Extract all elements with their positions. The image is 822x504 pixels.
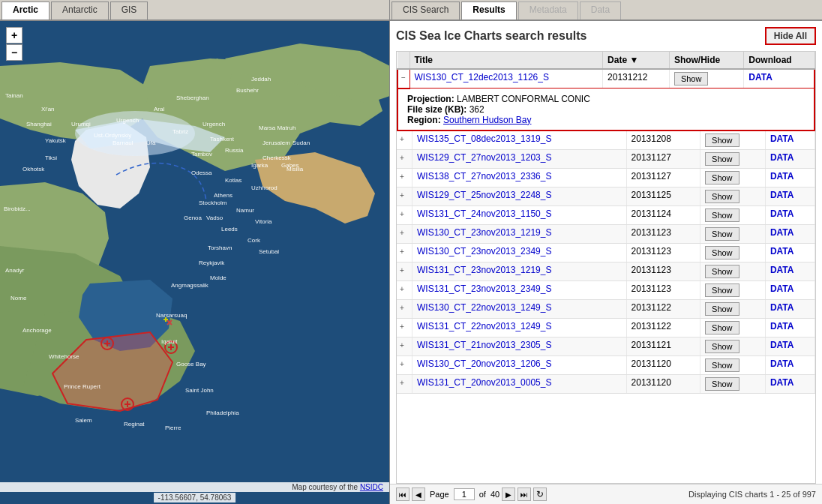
- col-date[interactable]: Date ▼: [603, 52, 670, 69]
- show-button[interactable]: Show: [674, 72, 709, 86]
- show-button[interactable]: Show: [705, 340, 740, 353]
- download-link[interactable]: DATA: [770, 190, 794, 200]
- svg-text:Kotlas: Kotlas: [225, 177, 242, 184]
- row-toggle-cell[interactable]: +: [397, 243, 412, 262]
- row-toggle-cell[interactable]: +: [397, 374, 412, 393]
- download-link[interactable]: DATA: [770, 340, 794, 350]
- expand-icon[interactable]: +: [400, 172, 409, 181]
- row-toggle-cell[interactable]: +: [397, 224, 412, 243]
- row-toggle-cell[interactable]: +: [397, 318, 412, 337]
- tab-arctic[interactable]: Arctic: [2, 2, 50, 20]
- download-link[interactable]: DATA: [770, 152, 794, 163]
- hide-all-button[interactable]: Hide All: [765, 27, 816, 45]
- download-link[interactable]: DATA: [770, 321, 794, 332]
- download-link[interactable]: DATA: [770, 208, 794, 219]
- expand-icon[interactable]: +: [400, 135, 409, 143]
- row-toggle-cell[interactable]: +: [397, 280, 412, 299]
- zoom-out-button[interactable]: −: [6, 44, 22, 61]
- show-button[interactable]: Show: [705, 152, 740, 166]
- expand-icon[interactable]: +: [400, 360, 409, 368]
- download-link[interactable]: DATA: [770, 171, 794, 182]
- table-row: + WIS131_CT_24nov2013_1150_S 20131124 Sh…: [397, 206, 815, 224]
- map-svg[interactable]: Tainan Xi'an Shanghai Urumqi Urgench Ara…: [0, 21, 390, 501]
- tab-antarctic[interactable]: Antarctic: [51, 2, 109, 20]
- show-button[interactable]: Show: [705, 134, 740, 147]
- row-toggle-cell[interactable]: +: [397, 149, 412, 168]
- download-link[interactable]: DATA: [770, 302, 794, 313]
- refresh-button[interactable]: ↻: [533, 488, 547, 501]
- download-link[interactable]: DATA: [770, 265, 794, 275]
- download-link[interactable]: DATA: [770, 284, 794, 294]
- show-button[interactable]: Show: [705, 208, 740, 222]
- row-toggle-cell[interactable]: +: [397, 187, 412, 206]
- svg-text:Urgench: Urgench: [116, 117, 139, 124]
- row-title-link[interactable]: WIS131_CT_23nov2013_2349_S: [417, 284, 551, 294]
- expand-icon[interactable]: +: [400, 379, 409, 387]
- nsidc-link[interactable]: NSIDC: [360, 483, 383, 491]
- show-button[interactable]: Show: [705, 265, 740, 278]
- row-title-link[interactable]: WIS130_CT_12dec2013_1126_S: [415, 72, 549, 82]
- tab-cis-search[interactable]: CIS Search: [392, 2, 460, 20]
- page-input[interactable]: [454, 488, 475, 500]
- row-toggle-cell[interactable]: +: [397, 262, 412, 280]
- download-link[interactable]: DATA: [770, 227, 794, 238]
- expand-icon[interactable]: +: [400, 154, 409, 162]
- row-show-cell: Show: [700, 262, 766, 280]
- row-title-link[interactable]: WIS131_CT_23nov2013_1219_S: [417, 265, 551, 275]
- next-page-button[interactable]: ▶: [502, 488, 515, 501]
- expand-icon[interactable]: +: [400, 229, 409, 237]
- row-title-link[interactable]: WIS131_CT_22nov2013_1249_S: [417, 321, 551, 332]
- row-title-link[interactable]: WIS130_CT_23nov2013_1219_S: [417, 227, 551, 238]
- prev-page-button[interactable]: ◀: [412, 488, 425, 501]
- show-button[interactable]: Show: [705, 284, 740, 297]
- tab-results[interactable]: Results: [461, 2, 516, 20]
- show-button[interactable]: Show: [705, 227, 740, 241]
- region-value-link[interactable]: Southern Hudson Bay: [443, 115, 531, 125]
- row-toggle-cell[interactable]: +: [397, 337, 412, 356]
- svg-text:Athens: Athens: [214, 192, 232, 199]
- row-toggle-cell[interactable]: +: [397, 356, 412, 374]
- row-title-link[interactable]: WIS129_CT_25nov2013_2248_S: [417, 190, 551, 200]
- expand-icon[interactable]: +: [400, 341, 409, 350]
- download-link[interactable]: DATA: [748, 72, 772, 82]
- download-link[interactable]: DATA: [770, 246, 794, 256]
- row-title-link[interactable]: WIS130_CT_20nov2013_1206_S: [417, 358, 551, 369]
- last-page-button[interactable]: ⏭: [518, 488, 531, 501]
- expand-icon[interactable]: +: [400, 322, 409, 331]
- show-button[interactable]: Show: [705, 302, 740, 316]
- row-title-link[interactable]: WIS129_CT_27nov2013_1203_S: [417, 152, 551, 163]
- collapse-icon[interactable]: −: [401, 74, 406, 82]
- row-toggle-cell[interactable]: +: [397, 206, 412, 224]
- show-button[interactable]: Show: [705, 321, 740, 334]
- zoom-in-button[interactable]: +: [6, 27, 22, 44]
- expand-icon[interactable]: +: [400, 285, 409, 293]
- row-title-link[interactable]: WIS131_CT_21nov2013_2305_S: [417, 340, 551, 350]
- tab-data: Data: [580, 2, 621, 20]
- show-button[interactable]: Show: [705, 171, 740, 184]
- row-title-link[interactable]: WIS138_CT_27nov2013_2336_S: [417, 171, 551, 182]
- row-toggle-cell[interactable]: +: [397, 131, 412, 150]
- row-title-link[interactable]: WIS135_CT_08dec2013_1319_S: [417, 134, 551, 144]
- show-button[interactable]: Show: [705, 377, 740, 391]
- expand-icon[interactable]: +: [400, 304, 409, 312]
- expand-icon[interactable]: +: [400, 210, 409, 218]
- row-toggle-cell[interactable]: +: [397, 168, 412, 187]
- expand-icon[interactable]: +: [400, 191, 409, 200]
- row-title-link[interactable]: WIS130_CT_23nov2013_2349_S: [417, 246, 551, 256]
- row-title-link[interactable]: WIS131_CT_20nov2013_0005_S: [417, 377, 551, 388]
- row-title-link[interactable]: WIS131_CT_24nov2013_1150_S: [417, 208, 551, 219]
- download-link[interactable]: DATA: [770, 358, 794, 369]
- show-button[interactable]: Show: [705, 246, 740, 260]
- expand-icon[interactable]: +: [400, 248, 409, 256]
- tab-gis[interactable]: GIS: [110, 2, 148, 20]
- row-toggle-cell[interactable]: +: [397, 299, 412, 318]
- row-toggle-cell[interactable]: −: [398, 69, 410, 88]
- row-title-link[interactable]: WIS130_CT_22nov2013_1249_S: [417, 302, 551, 313]
- download-link[interactable]: DATA: [770, 377, 794, 388]
- first-page-button[interactable]: ⏮: [396, 488, 410, 501]
- download-link[interactable]: DATA: [770, 134, 794, 144]
- svg-text:Tashkent: Tashkent: [210, 136, 235, 142]
- show-button[interactable]: Show: [705, 190, 740, 203]
- show-button[interactable]: Show: [705, 358, 740, 372]
- expand-icon[interactable]: +: [400, 266, 409, 274]
